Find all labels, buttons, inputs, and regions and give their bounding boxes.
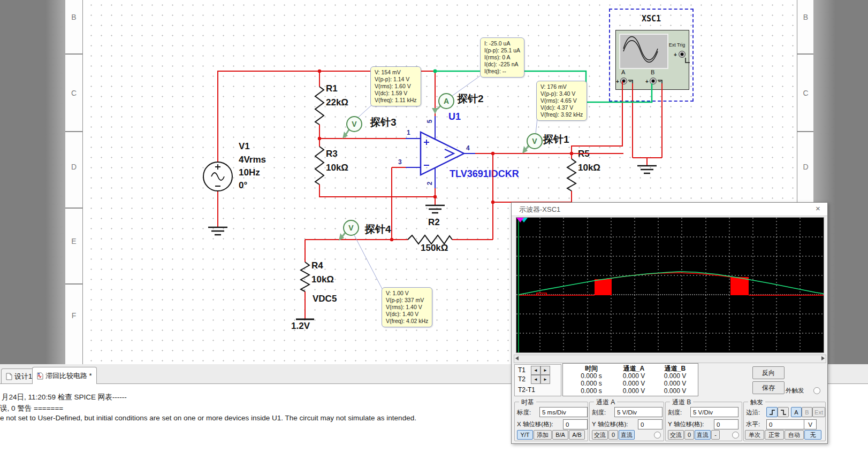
channel-b-ac-button[interactable]: 交流 bbox=[668, 430, 684, 440]
timebase-xpos-input[interactable]: 0 bbox=[563, 419, 588, 429]
group-title: 通道 B bbox=[670, 398, 693, 407]
v1-value[interactable]: 4Vrms bbox=[239, 155, 266, 165]
tab-hysteresis-comparator[interactable]: 滞回比较电路 * bbox=[32, 367, 97, 384]
rising-edge-icon bbox=[768, 409, 776, 416]
t2-label: T2 bbox=[518, 375, 526, 383]
instrument-body[interactable]: Ext Trig + A B + − + − bbox=[615, 30, 689, 90]
probe3-label[interactable]: 探针3 bbox=[370, 116, 397, 129]
close-icon[interactable]: × bbox=[816, 204, 820, 213]
scroll-left-icon[interactable] bbox=[515, 356, 519, 360]
channel-b-terminal[interactable] bbox=[650, 78, 657, 84]
probe4-callout[interactable]: V: 1.00 V V(p-p): 337 mV V(rms): 1.40 V … bbox=[382, 287, 432, 327]
cell: 0.000 V bbox=[655, 372, 695, 380]
channel-a-radio[interactable] bbox=[654, 432, 661, 439]
ba-mode-button[interactable]: B/A bbox=[552, 430, 568, 440]
voltage-probe-icon[interactable]: V bbox=[346, 116, 362, 132]
channel-b-minus-button[interactable]: - bbox=[711, 430, 720, 440]
ypos-label: Y 轴位移(格): bbox=[668, 420, 704, 428]
r2-ref[interactable]: R2 bbox=[428, 217, 440, 228]
timebase-scale-input[interactable]: 5 ms/Div bbox=[539, 407, 588, 417]
probe3-callout[interactable]: V: 154 mV V(p-p): 1.14 V V(rms): 1.60 V … bbox=[370, 66, 421, 106]
readout-table: 时间 通道_A 通道_B 0.000 s 0.000 V 0.000 V 0.0… bbox=[562, 363, 698, 396]
scope-scrollbar[interactable] bbox=[514, 355, 826, 363]
t1-right-button[interactable]: ► bbox=[540, 366, 550, 375]
timebase-group: 时基 标度: 5 ms/Div X 轴位移(格): 0 Y/T 添加 B/A A… bbox=[514, 402, 588, 441]
probe1-callout[interactable]: V: 176 mV V(p-p): 3.40 V V(rms): 4.65 V … bbox=[536, 81, 587, 121]
t2-right-button[interactable]: ► bbox=[540, 375, 550, 384]
scope-trace-plot bbox=[516, 218, 824, 352]
channel-a-terminal[interactable] bbox=[620, 78, 627, 84]
reverse-button[interactable]: 反向 bbox=[752, 366, 785, 379]
channel-a-ypos-input[interactable]: 0 bbox=[638, 419, 663, 429]
channel-a-zero-button[interactable]: 0 bbox=[608, 430, 618, 440]
r3-value[interactable]: 10kΩ bbox=[326, 163, 348, 173]
u1-ref[interactable]: U1 bbox=[448, 111, 461, 122]
yt-mode-button[interactable]: Y/T bbox=[517, 430, 533, 440]
channel-a-ac-button[interactable]: 交流 bbox=[592, 430, 608, 440]
channel-b-dc-button[interactable]: 直流 bbox=[695, 430, 711, 440]
vdc5-ref[interactable]: VDC5 bbox=[313, 294, 337, 304]
cursor-box: T1 ◄ ► T2 ◄ ► T2-T1 bbox=[514, 364, 561, 396]
t2t1-label: T2-T1 bbox=[518, 386, 535, 394]
t1-left-button[interactable]: ◄ bbox=[531, 366, 540, 375]
channel-b-radio[interactable] bbox=[732, 432, 739, 439]
add-mode-button[interactable]: 添加 bbox=[534, 430, 552, 440]
v1-freq[interactable]: 10Hz bbox=[239, 167, 260, 178]
dialog-title-bar[interactable]: 示波器-XSC1 × bbox=[512, 203, 827, 216]
voltage-probe-icon[interactable]: V bbox=[527, 133, 543, 149]
v1-ref[interactable]: V1 bbox=[239, 141, 250, 152]
channel-b-zero-button[interactable]: 0 bbox=[684, 430, 694, 440]
u1-part[interactable]: TLV3691IDCKR bbox=[450, 168, 519, 180]
rising-edge-button[interactable] bbox=[766, 407, 778, 417]
ext-trigger-label: 外触发 bbox=[786, 387, 804, 395]
instrument-screen bbox=[619, 34, 668, 69]
vdc5-value[interactable]: 1.2V bbox=[291, 321, 310, 332]
probe2-callout[interactable]: I: -25.0 uA I(p-p): 25.1 uA I(rms): 0 A … bbox=[480, 37, 524, 78]
channel-b-ypos-input[interactable]: 0 bbox=[714, 419, 738, 429]
r2-value[interactable]: 150kΩ bbox=[421, 243, 448, 253]
trigger-source-ext-button[interactable]: Ext bbox=[812, 407, 825, 417]
probe4-label[interactable]: 探针4 bbox=[365, 222, 391, 236]
ab-mode-button[interactable]: A/B bbox=[569, 430, 585, 440]
trigger-unit-select[interactable]: V bbox=[804, 419, 817, 429]
ext-trig-label: Ext Trig bbox=[665, 42, 689, 48]
channel-b-scale-input[interactable]: 5 V/Div bbox=[690, 407, 738, 417]
r5-ref[interactable]: R5 bbox=[578, 149, 590, 159]
r4-value[interactable]: 10kΩ bbox=[311, 274, 334, 285]
callout-line: V(rms): 1.40 V bbox=[386, 304, 428, 311]
current-probe-icon[interactable]: A bbox=[438, 93, 454, 109]
trigger-level-input[interactable]: 0 bbox=[766, 419, 805, 429]
ext-trig-terminal[interactable] bbox=[679, 51, 686, 58]
trigger-source-a-button[interactable]: A bbox=[791, 407, 802, 417]
ruler-letter: C bbox=[65, 89, 82, 97]
r5-value[interactable]: 10kΩ bbox=[578, 163, 600, 173]
auto-trigger-button[interactable]: 自动 bbox=[785, 430, 804, 440]
status-line: 误, 0 警告 ======= bbox=[0, 404, 63, 413]
r1-ref[interactable]: R1 bbox=[326, 83, 338, 94]
left-ruler: B C D E F bbox=[65, 0, 83, 364]
voltage-probe-icon[interactable]: V bbox=[343, 220, 359, 236]
channel-a-scale-input[interactable]: 5 V/Div bbox=[614, 407, 663, 417]
t2-left-button[interactable]: ◄ bbox=[531, 375, 540, 384]
xpos-label: X 轴位移(格): bbox=[517, 420, 553, 428]
normal-trigger-button[interactable]: 正常 bbox=[765, 430, 784, 440]
falling-edge-button[interactable] bbox=[778, 407, 789, 417]
probe1-label[interactable]: 探针1 bbox=[543, 133, 569, 147]
r3-ref[interactable]: R3 bbox=[326, 149, 338, 159]
ext-trigger-radio[interactable] bbox=[813, 387, 820, 394]
save-button[interactable]: 保存 bbox=[752, 381, 785, 394]
circuit-document-icon bbox=[37, 372, 43, 380]
single-trigger-button[interactable]: 单次 bbox=[745, 430, 764, 440]
channel-a-dc-button[interactable]: 直流 bbox=[619, 430, 635, 440]
none-trigger-button[interactable]: 无 bbox=[804, 430, 821, 440]
r1-value[interactable]: 22kΩ bbox=[326, 97, 348, 108]
trigger-source-b-button[interactable]: B bbox=[802, 407, 812, 417]
r4-ref[interactable]: R4 bbox=[311, 260, 323, 271]
probe2-label[interactable]: 探针2 bbox=[458, 92, 484, 106]
v1-phase[interactable]: 0° bbox=[239, 180, 247, 191]
oscilloscope-instrument-xsc1[interactable]: XSC1 Ext Trig + A B + − + − bbox=[609, 9, 694, 102]
trigger-group: 触发 边沿: A B Ext 水平: 0 V 单次 正常 自动 无 bbox=[743, 402, 826, 441]
plus-mark: + bbox=[674, 52, 677, 58]
callout-line: V(dc): 1.59 V bbox=[375, 90, 417, 97]
scroll-right-icon[interactable] bbox=[821, 356, 825, 360]
